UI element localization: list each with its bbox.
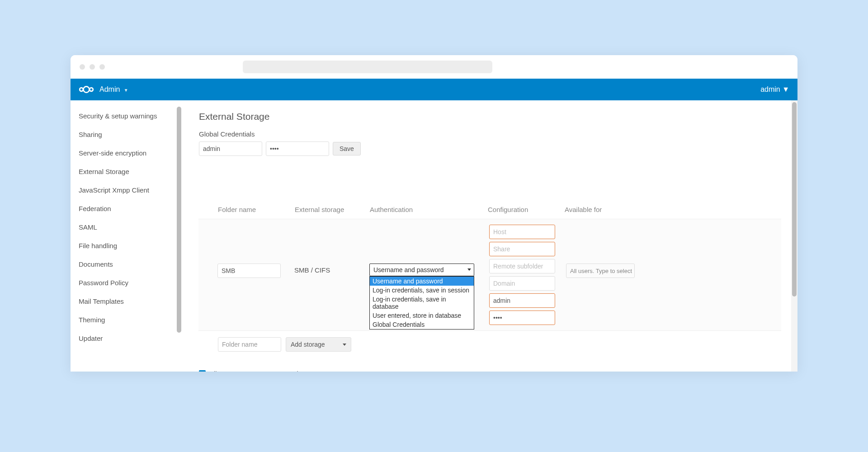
global-username-input[interactable] [199, 141, 262, 156]
sidebar-item-updater[interactable]: Updater [71, 329, 183, 348]
topbar-left: Admin ▼ [79, 85, 128, 94]
svg-point-2 [90, 88, 93, 91]
add-storage-select[interactable]: Add storage [286, 337, 351, 352]
folder-name-input[interactable] [217, 264, 281, 278]
topbar: Admin ▼ admin ▼ [71, 79, 797, 100]
available-for-input[interactable]: All users. Type to select [566, 264, 635, 278]
sidebar-item-mail-templates[interactable]: Mail Templates [71, 292, 183, 311]
config-remote-subfolder-input[interactable] [489, 259, 555, 273]
storage-row: SMB / CIFS Username and password Usernam… [198, 219, 781, 331]
allow-mount-row: Allow users to mount external storage [199, 370, 781, 372]
sidebar-item-xmpp[interactable]: JavaScript Xmpp Client [71, 181, 183, 199]
sidebar-item-theming[interactable]: Theming [71, 311, 183, 329]
content-area: Security & setup warnings Sharing Server… [71, 100, 797, 372]
app-window: Admin ▼ admin ▼ Security & setup warning… [71, 55, 797, 372]
window-dot[interactable] [80, 64, 85, 70]
auth-option[interactable]: Username and password [370, 277, 474, 286]
main-scrollbar[interactable] [791, 100, 797, 372]
page-title: External Storage [199, 111, 781, 122]
config-host-input[interactable] [489, 225, 555, 239]
add-storage-label: Add storage [291, 341, 325, 348]
external-storage-label: SMB / CIFS [294, 225, 369, 274]
sidebar-item-file-handling[interactable]: File handling [71, 236, 183, 255]
auth-option[interactable]: Log-in credentials, save in session [370, 286, 474, 295]
global-password-input[interactable] [266, 141, 329, 156]
col-configuration: Configuration [488, 206, 565, 213]
sidebar-scrollbar[interactable] [176, 105, 182, 353]
sidebar-item-documents[interactable]: Documents [71, 255, 183, 273]
sidebar: Security & setup warnings Sharing Server… [71, 100, 183, 372]
sidebar-item-external-storage[interactable]: External Storage [71, 162, 183, 181]
save-button[interactable]: Save [333, 142, 361, 155]
svg-point-0 [80, 88, 83, 91]
authentication-selected: Username and password [373, 266, 444, 273]
auth-option[interactable]: User entered, store in database [370, 311, 474, 320]
user-menu-label: admin [760, 85, 780, 93]
window-dot[interactable] [90, 64, 95, 70]
caret-down-icon [467, 268, 471, 271]
sidebar-item-federation[interactable]: Federation [71, 199, 183, 218]
config-password-input[interactable] [489, 311, 555, 325]
col-available-for: Available for [565, 206, 637, 213]
add-storage-row: Add storage [218, 337, 781, 352]
authentication-select[interactable]: Username and password [369, 264, 474, 276]
logo-icon [79, 85, 94, 94]
app-menu[interactable]: Admin ▼ [99, 85, 128, 94]
col-external-storage: External storage [295, 206, 370, 213]
global-credentials-heading: Global Credentials [199, 130, 781, 138]
url-bar[interactable] [243, 61, 492, 73]
config-cell [489, 225, 566, 325]
col-authentication: Authentication [370, 206, 488, 213]
topbar-right: admin ▼ [750, 85, 789, 94]
window-controls [80, 64, 105, 70]
main-panel: External Storage Global Credentials Save… [183, 100, 797, 372]
app-menu-label: Admin [99, 85, 120, 93]
caret-down-icon: ▼ [124, 88, 128, 93]
col-folder-name: Folder name [218, 206, 295, 213]
sidebar-item-sharing[interactable]: Sharing [71, 125, 183, 144]
authentication-dropdown: Username and password Log-in credentials… [369, 276, 474, 330]
global-credentials-row: Save [199, 141, 781, 156]
allow-mount-label: Allow users to mount external storage [209, 370, 323, 372]
config-domain-input[interactable] [489, 276, 555, 291]
table-header: Folder name External storage Authenticat… [199, 206, 781, 219]
user-menu[interactable]: admin ▼ [760, 85, 789, 94]
new-folder-name-input[interactable] [218, 337, 281, 352]
config-username-input[interactable] [489, 293, 555, 308]
sidebar-item-security-setup[interactable]: Security & setup warnings [71, 107, 183, 125]
sidebar-item-encryption[interactable]: Server-side encryption [71, 144, 183, 162]
svg-point-1 [83, 86, 89, 92]
sidebar-item-saml[interactable]: SAML [71, 218, 183, 236]
auth-option[interactable]: Log-in credentials, save in database [370, 295, 474, 311]
caret-down-icon [343, 344, 346, 346]
config-share-input[interactable] [489, 242, 555, 256]
auth-option[interactable]: Global Credentials [370, 320, 474, 329]
caret-down-icon: ▼ [782, 85, 789, 93]
browser-chrome [71, 55, 797, 79]
allow-mount-checkbox[interactable] [199, 370, 206, 372]
window-dot[interactable] [99, 64, 105, 70]
sidebar-item-password-policy[interactable]: Password Policy [71, 273, 183, 292]
